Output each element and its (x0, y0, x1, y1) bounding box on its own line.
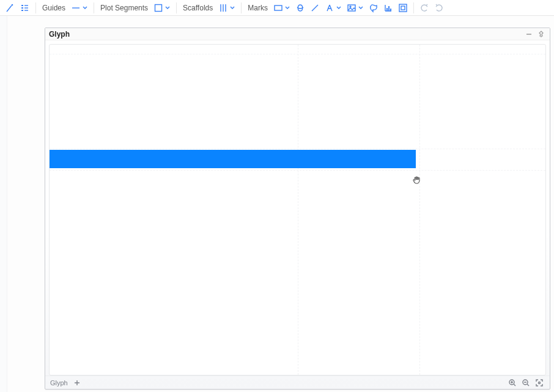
svg-rect-10 (390, 9, 391, 11)
toolbar-separator (35, 2, 36, 13)
scaffolds-label: Scaffolds (180, 4, 215, 12)
svg-point-0 (12, 4, 13, 6)
svg-rect-8 (386, 8, 388, 11)
mark-line-button[interactable] (308, 1, 322, 15)
toolbar-separator (413, 2, 414, 13)
svg-rect-2 (21, 7, 23, 9)
svg-rect-11 (399, 4, 407, 12)
guides-label: Guides (40, 4, 68, 12)
scaffold-columns-button[interactable] (216, 1, 237, 15)
svg-rect-12 (401, 6, 405, 10)
svg-rect-5 (275, 6, 282, 10)
mark-image-button[interactable] (345, 1, 366, 15)
redo-button[interactable] (432, 1, 446, 15)
plot-segments-label: Plot Segments (98, 4, 150, 12)
glyph-panel: Glyph Glyph (45, 28, 550, 390)
undo-button[interactable] (418, 1, 431, 15)
svg-point-7 (350, 6, 351, 7)
svg-rect-9 (388, 6, 390, 11)
zoom-in-button[interactable] (507, 377, 518, 388)
panel-title-text: Glyph (49, 30, 70, 39)
legend-tool-button[interactable] (18, 1, 32, 15)
glyph-canvas[interactable] (49, 44, 546, 375)
svg-rect-3 (21, 10, 23, 11)
grab-cursor-icon (412, 174, 423, 185)
svg-rect-4 (155, 4, 162, 11)
toolbar-separator (176, 2, 177, 13)
svg-rect-1 (21, 5, 23, 6)
add-glyph-button[interactable] (72, 377, 83, 388)
pin-panel-button[interactable] (536, 29, 546, 39)
svg-point-15 (539, 382, 541, 383)
panel-footer: Glyph (45, 375, 550, 389)
mark-text-button[interactable] (323, 1, 344, 15)
minimize-panel-button[interactable] (524, 29, 534, 39)
plot-segment-region-button[interactable] (152, 1, 172, 15)
zoom-fit-button[interactable] (534, 377, 545, 388)
mark-nested-button[interactable] (396, 1, 410, 15)
link-tool-button[interactable] (4, 1, 17, 15)
toolbar-separator (94, 2, 94, 13)
left-gutter (0, 16, 7, 392)
glyph-rect-mark[interactable] (50, 150, 416, 168)
mark-icon-button[interactable] (367, 1, 380, 15)
guide-horizontal-button[interactable] (69, 1, 90, 15)
toolbar-separator (241, 2, 242, 13)
toolbar: Guides Plot Segments Scaffolds Marks (0, 0, 554, 16)
zoom-out-button[interactable] (520, 377, 531, 388)
panel-titlebar[interactable]: Glyph (45, 28, 550, 40)
mark-ellipse-button[interactable] (294, 1, 307, 15)
footer-tab-label[interactable]: Glyph (50, 379, 68, 386)
mark-rect-button[interactable] (271, 1, 292, 15)
marks-label: Marks (245, 4, 270, 12)
mark-dataaxis-button[interactable] (382, 1, 395, 15)
